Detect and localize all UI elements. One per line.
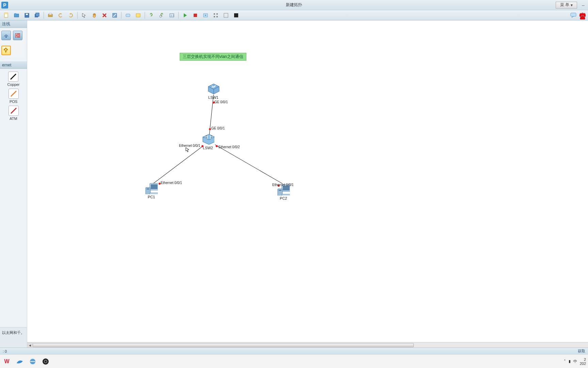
window-title: 新建拓扑: [286, 2, 302, 8]
stop-devices-button[interactable]: [191, 11, 200, 19]
port-dot: [201, 145, 203, 147]
main-menu-button[interactable]: 菜 单 ▾: [556, 2, 577, 9]
node-lsw2[interactable]: LSW2: [201, 134, 214, 150]
pointer-tool[interactable]: [80, 11, 88, 19]
status-left: : 0: [3, 349, 7, 353]
toolbar-right: [568, 11, 587, 19]
redo-button[interactable]: [66, 11, 75, 19]
switch-icon: [201, 134, 214, 145]
svg-rect-22: [216, 16, 218, 17]
taskbar-app-obs[interactable]: [41, 357, 50, 366]
port-label-lsw1-ge001: GE 0/0/1: [214, 100, 228, 104]
grid-toggle-button[interactable]: [222, 11, 230, 19]
svg-rect-1: [4, 13, 8, 14]
svg-rect-2: [14, 14, 19, 17]
status-bar: : 0 获取: [0, 348, 588, 354]
fit-view-button[interactable]: 1:1: [167, 11, 176, 19]
svg-rect-21: [214, 16, 215, 17]
port-label-pc1-e001: Ethernet 0/0/1: [161, 181, 182, 185]
start-devices-button[interactable]: [181, 11, 190, 19]
cursor-icon: [185, 147, 190, 153]
node-lsw1[interactable]: LSW1: [207, 83, 220, 99]
svg-rect-23: [224, 13, 228, 17]
cable-category-header: ernet: [0, 61, 27, 69]
main-toolbar: 1:1: [0, 10, 588, 20]
delete-tool[interactable]: [100, 11, 109, 19]
cable-pos[interactable]: POS: [9, 89, 19, 104]
svg-rect-24: [234, 13, 238, 17]
cable-atm[interactable]: ATM: [9, 106, 19, 121]
tray-battery-icon[interactable]: ▮: [569, 359, 571, 364]
minimize-button[interactable]: –: [578, 0, 588, 10]
taskbar-app-ensp[interactable]: [28, 357, 37, 366]
firewall-icon[interactable]: [13, 31, 22, 40]
link-lsw2-pc1[interactable]: [152, 145, 203, 185]
svg-rect-3: [14, 13, 16, 14]
chevron-down-icon: ▾: [571, 3, 573, 7]
text-note-tool[interactable]: [124, 11, 132, 19]
svg-rect-9: [49, 13, 52, 15]
wireless-ap-icon[interactable]: [1, 31, 11, 40]
cable-label: ATM: [10, 117, 17, 121]
windows-taskbar: W ˄ ▮ 中 2 202: [0, 354, 588, 368]
topology-canvas[interactable]: 三层交换机实现不同vlan之间通信 LSW1: [27, 20, 588, 348]
svg-rect-35: [151, 184, 158, 189]
status-right: 获取: [578, 349, 585, 354]
copper-icon: [8, 72, 18, 82]
port-label-lsw2-e001: Ethernet 0/0/1: [179, 144, 200, 148]
save-all-button[interactable]: [33, 11, 42, 19]
port-label-pc2-e001: Ethernet 0/0/1: [272, 183, 294, 187]
properties-tool[interactable]: [110, 11, 119, 19]
svg-rect-20: [216, 13, 218, 15]
canvas-note[interactable]: 三层交换机实现不同vlan之间通信: [180, 53, 246, 61]
node-label: PC1: [145, 195, 158, 199]
cable-label: Copper: [7, 82, 19, 87]
capture-button[interactable]: [201, 11, 210, 19]
dark-mode-button[interactable]: [232, 11, 241, 19]
undo-button[interactable]: [56, 11, 65, 19]
align-button[interactable]: [211, 11, 220, 19]
tray-time-top: 2: [580, 357, 586, 362]
cable-label: POS: [10, 99, 17, 104]
toolbar-separator: [44, 12, 44, 19]
svg-rect-27: [15, 33, 20, 37]
toolbar-separator: [77, 12, 78, 19]
svg-rect-25: [571, 13, 576, 16]
new-file-button[interactable]: [2, 11, 11, 19]
rect-note-tool[interactable]: [134, 11, 143, 19]
zoom-in-button[interactable]: [147, 11, 156, 19]
svg-rect-12: [136, 14, 140, 17]
scroll-thumb[interactable]: [33, 343, 414, 347]
auto-cable-icon[interactable]: [1, 46, 11, 55]
open-file-button[interactable]: [12, 11, 21, 19]
canvas-horizontal-scrollbar[interactable]: ◄: [27, 342, 588, 348]
cable-list: Copper POS ATM: [0, 69, 27, 123]
save-button[interactable]: [22, 11, 31, 19]
zoom-out-button[interactable]: [157, 11, 166, 19]
print-button[interactable]: [46, 11, 55, 19]
chat-icon[interactable]: [569, 11, 578, 19]
port-label-lsw2-ge001: GE 0/0/1: [211, 126, 225, 130]
pan-tool[interactable]: [90, 11, 99, 19]
link-lsw2-pc2[interactable]: [215, 144, 283, 184]
palette-description: 以太网和千。: [0, 327, 27, 348]
cable-copper[interactable]: Copper: [7, 72, 19, 87]
svg-point-45: [43, 358, 49, 365]
tray-chevron-up-icon[interactable]: ˄: [564, 359, 566, 364]
port-dot: [209, 128, 211, 130]
toolbar-separator: [145, 12, 145, 19]
tray-ime-indicator[interactable]: 中: [573, 359, 577, 364]
menu-label: 菜 单: [560, 2, 569, 8]
atm-icon: [9, 106, 19, 116]
node-pc1[interactable]: PC1: [145, 183, 158, 199]
tray-clock[interactable]: 2 202: [580, 357, 586, 366]
svg-rect-38: [150, 193, 158, 194]
taskbar-app-wps[interactable]: W: [2, 357, 12, 366]
port-dot: [216, 145, 218, 147]
svg-text:1:1: 1:1: [170, 14, 175, 17]
palette-icon-row: [0, 28, 27, 43]
svg-rect-42: [279, 190, 281, 191]
svg-rect-26: [5, 36, 7, 37]
taskbar-app-feishu[interactable]: [15, 357, 24, 366]
scroll-left-arrow-icon[interactable]: ◄: [27, 342, 33, 348]
